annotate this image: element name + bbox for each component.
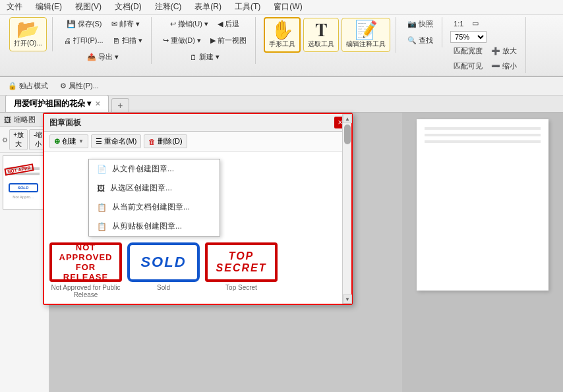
scroll-up-button[interactable]: ▲ — [343, 114, 352, 123]
scroll-track — [343, 123, 351, 294]
zoom-in-thumb-button[interactable]: +放大 — [9, 129, 28, 150]
edit-tool-button[interactable]: 📝 编辑注释工具 — [341, 18, 390, 52]
thumbnail-toolbar: ⚙ +放大 -缩小 — [0, 127, 49, 153]
zoom-in-button[interactable]: ➕ 放大 — [488, 44, 520, 58]
zoom-out-icon: ➖ — [491, 62, 500, 70]
redo-button[interactable]: ↪ 重做(D) ▾ — [160, 34, 204, 47]
zoom-in-icon: ➕ — [491, 47, 500, 55]
ribbon-tools-group: ✋ 手形工具 𝐓 选取工具 📝 编辑注释工具 — [258, 17, 396, 53]
active-tab[interactable]: 用爱呵护祖国的花朵 ▾ ✕ — [5, 95, 109, 112]
undo-icon: ↩ — [170, 20, 176, 28]
delete-icon: 🗑 — [148, 138, 156, 146]
ribbon-redo-row: ↪ 重做(D) ▾ ▶ 前一视图 — [160, 34, 250, 47]
menu-window[interactable]: 窗口(W) — [270, 0, 306, 14]
stamp-box-top-secret: TOP SECRET — [205, 242, 278, 282]
ribbon-save-row: 💾 保存(S) ✉ 邮寄 ▾ — [63, 17, 143, 31]
snapshot-button[interactable]: 📷 快照 — [404, 17, 436, 31]
thumbnail-item-1[interactable]: NOT APPR SOLD Not Appro... — [3, 155, 46, 210]
create-stamp-button[interactable]: ⊕ 创建 ▼ — [49, 134, 88, 148]
stamp-panel-toolbar: ⊕ 创建 ▼ ☰ 重命名(M) 🗑 删除(D) — [44, 132, 351, 152]
ribbon-undo-row: ↩ 撤销(U) ▾ ◀ 后退 — [167, 17, 243, 31]
hand-tool-button[interactable]: ✋ 手形工具 — [264, 17, 301, 53]
menu-view[interactable]: 视图(V) — [71, 0, 105, 14]
delete-stamp-button[interactable]: 🗑 删除(D) — [144, 134, 187, 148]
fit-page-icon: ▭ — [472, 19, 479, 28]
clipboard-icon: 📋 — [97, 222, 107, 231]
menu-file[interactable]: 文件 — [3, 0, 26, 14]
forward-button[interactable]: ▶ 前一视图 — [207, 34, 250, 47]
thumbnail-label: 🖼 缩略图 — [0, 113, 49, 127]
stamp-top-secret-label: Top Secret — [225, 284, 257, 291]
ribbon-export-row: 📤 导出 ▾ — [84, 50, 122, 64]
stamp-box-sold: SOLD — [127, 242, 200, 282]
ribbon-save-group: 💾 保存(S) ✉ 邮寄 ▾ 🖨 打印(P)... 🖹 扫描 ▾ 📤 导出 ▾ — [55, 17, 152, 64]
fit-width-button[interactable]: 匹配宽度 — [450, 44, 486, 58]
menu-form[interactable]: 表单(R) — [191, 0, 225, 14]
stamp-item-sold[interactable]: SOLD Sold — [127, 242, 200, 298]
select-tool-button[interactable]: 𝐓 选取工具 — [303, 18, 339, 52]
solo-mode-button[interactable]: 🔒 独占模式 — [4, 80, 52, 92]
zoom-out-button[interactable]: ➖ 缩小 — [488, 59, 520, 73]
fit-visible-button[interactable]: 匹配可见 — [450, 59, 486, 73]
fit-page-button[interactable]: ▭ — [469, 17, 482, 30]
undo-button[interactable]: ↩ 撤销(U) ▾ — [167, 17, 212, 31]
menu-tools[interactable]: 工具(T) — [231, 0, 264, 14]
dropdown-from-file[interactable]: 📄 从文件创建图章... — [89, 159, 220, 179]
open-button[interactable]: 📂 打开(O)... — [9, 17, 47, 51]
scan-button[interactable]: 🖹 扫描 ▾ — [109, 34, 146, 47]
menu-edit[interactable]: 编辑(E) — [32, 0, 66, 14]
stamp-item-top-secret[interactable]: TOP SECRET Top Secret — [205, 242, 278, 298]
dropdown-from-current-doc[interactable]: 📋 从当前文档创建图章... — [89, 198, 220, 217]
stamp-sold-label: Sold — [157, 284, 170, 291]
actual-size-icon: 1:1 — [454, 20, 463, 28]
toolbar-area: 🔒 独占模式 ⚙ 属性(P)... — [0, 77, 563, 96]
thumbnail-image-1: NOT APPR SOLD Not Appro... — [3, 156, 43, 209]
selection-icon: 🖼 — [97, 184, 105, 193]
menu-doc[interactable]: 文档(D) — [111, 0, 146, 14]
create-drop-arrow: ▼ — [78, 138, 84, 144]
menu-annotate[interactable]: 注释(C) — [151, 0, 186, 14]
find-button[interactable]: 🔍 查找 — [404, 34, 436, 47]
dropdown-from-selection[interactable]: 🖼 从选区创建图章... — [89, 179, 220, 198]
stamp-panel-header: 图章面板 × — [44, 114, 351, 132]
zoom-select[interactable]: 75% 50% 100% 125% 150% — [450, 31, 487, 43]
email-button[interactable]: ✉ 邮寄 ▾ — [108, 17, 143, 31]
thumb-page-label: Not Appro... — [13, 195, 34, 199]
ribbon: 📂 打开(O)... 💾 保存(S) ✉ 邮寄 ▾ 🖨 打印(P)... 🖹 扫… — [0, 14, 563, 77]
scroll-thumb[interactable] — [344, 125, 351, 144]
thumb-sold-label: SOLD — [18, 186, 29, 190]
ribbon-zoom-group: 1:1 ▭ 75% 50% 100% 125% 150% — [445, 17, 526, 73]
back-icon: ◀ — [218, 20, 223, 28]
redo-icon: ↪ — [163, 36, 169, 45]
tab-close-icon[interactable]: ✕ — [95, 100, 100, 107]
tabbar: 用爱呵护祖国的花朵 ▾ ✕ + — [0, 96, 563, 113]
new-button[interactable]: 🗒 新建 ▾ — [187, 50, 223, 64]
ribbon-scan-row: 🖨 打印(P)... 🖹 扫描 ▾ — [61, 34, 146, 47]
create-dropdown-menu: 📄 从文件创建图章... 🖼 从选区创建图章... 📋 从当前文档创建图章...… — [88, 159, 220, 237]
export-icon: 📤 — [87, 53, 96, 61]
stamp-item-not-approved[interactable]: NOT APPROVEDFORRELEASE Not Approved for … — [49, 242, 122, 298]
rename-icon: ☰ — [96, 137, 102, 146]
print-button[interactable]: 🖨 打印(P)... — [61, 34, 107, 47]
thumbnail-panel: 🖼 缩略图 ⚙ +放大 -缩小 NOT APPR SOLD Not Appro.… — [0, 113, 49, 392]
scroll-down-button[interactable]: ▼ — [343, 294, 352, 304]
save-button[interactable]: 💾 保存(S) — [63, 17, 105, 31]
actual-size-button[interactable]: 1:1 — [450, 18, 467, 30]
add-icon: ⊕ — [54, 137, 60, 146]
stamp-panel: 图章面板 × ⊕ 创建 ▼ ☰ 重命名(M) 🗑 删除(D) 📄 从文件创建图章… — [43, 113, 353, 305]
ribbon-open-group: 📂 打开(O)... — [4, 17, 53, 51]
ribbon-snapshot-group: 📷 快照 🔍 查找 — [399, 17, 442, 47]
top-secret-text: TOP SECRET — [208, 250, 275, 274]
forward-icon: ▶ — [210, 36, 216, 45]
folder-open-icon: 📂 — [16, 20, 40, 39]
export-button[interactable]: 📤 导出 ▾ — [84, 50, 122, 64]
dropdown-from-clipboard[interactable]: 📋 从剪贴板创建图章... — [89, 217, 220, 236]
hand-icon: ✋ — [271, 21, 294, 40]
current-doc-icon: 📋 — [97, 203, 107, 212]
add-tab-button[interactable]: + — [111, 98, 129, 112]
doc-area — [402, 113, 563, 392]
rename-stamp-button[interactable]: ☰ 重命名(M) — [91, 134, 142, 148]
back-button[interactable]: ◀ 后退 — [214, 17, 243, 31]
properties-button[interactable]: ⚙ 属性(P)... — [56, 80, 103, 92]
stamp-panel-title: 图章面板 — [49, 117, 81, 128]
